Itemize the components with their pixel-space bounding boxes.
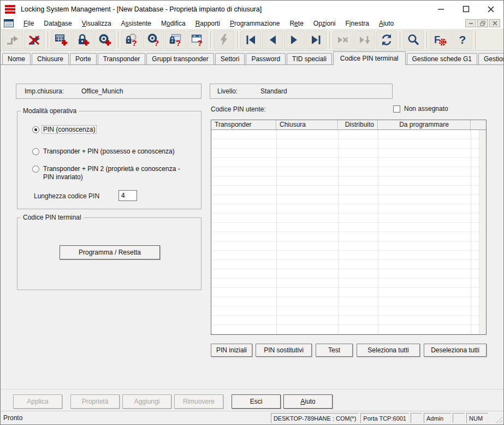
nav-next-button[interactable] [284,31,305,49]
menu-file[interactable]: File [19,19,39,28]
disconnect-button[interactable] [24,31,45,49]
user-pin-table[interactable]: Transponder Chiusura Distribuito Da prog… [211,120,487,335]
menu-assistente[interactable]: Assistente [116,19,156,28]
esci-button[interactable]: Esci [232,394,281,409]
new-locking-system-button[interactable] [51,31,72,49]
svg-text:?: ? [132,38,137,48]
toolbar-separator [237,31,238,49]
tab-chiusure[interactable]: Chiusure [32,53,69,64]
new-lock-button[interactable] [73,31,93,49]
help-button[interactable]: ? [452,31,472,49]
skip-down-button[interactable] [354,31,375,49]
tab-gruppi-transponder[interactable]: Gruppi transponder [146,53,214,64]
column-header-transponder[interactable]: Transponder [211,120,276,129]
tab-gestione-schede-g1[interactable]: Gestione schede G1 [407,53,477,64]
radio-transponder-pin2[interactable] [32,166,39,173]
menu-programmazione[interactable]: Programmazione [225,19,284,28]
applica-button[interactable]: Applica [13,394,62,409]
svg-text:?: ? [154,38,159,48]
pin-iniziali-button[interactable]: PIN iniziali [211,344,252,357]
column-divider [338,130,339,334]
radio-transponder-pin[interactable] [32,148,39,155]
menu-database[interactable]: Database [39,19,76,28]
skip-cancel-icon [336,33,350,47]
seleziona-tutti-button[interactable]: Seleziona tutti [357,344,420,357]
menu-modifica[interactable]: Modifica [156,19,191,28]
terminal-pin-title: Codice PIN terminal [21,214,84,221]
read-network-button[interactable]: ? [187,31,207,49]
radio-pin-label[interactable]: PIN (conoscenza) [43,126,96,133]
read-card-lock-button[interactable]: ? [165,31,186,49]
program-reset-button[interactable]: Programma / Resetta [60,245,160,259]
status-empty-segment [453,413,465,423]
menu-rete[interactable]: Rete [284,19,308,28]
tab-codice-pin-terminal[interactable]: Codice PIN terminal [333,51,406,65]
help-icon: ? [455,33,469,47]
close-icon [487,5,495,13]
menu-visualizza[interactable]: Visualizza [77,19,116,28]
footer-bar: Applica Proprietà Aggiungi Rimuovere Esc… [1,389,503,411]
aggiungi-button[interactable]: Aggiungi [122,394,171,409]
pin-length-input[interactable] [118,190,137,201]
radio-transponder-pin-label[interactable]: Transponder + PIN (possesso e conoscenza… [43,147,175,155]
deseleziona-tutti-button[interactable]: Deseleziona tutti [424,344,487,357]
connect-button[interactable] [2,31,23,49]
table-scrollbar-gutter[interactable] [479,130,486,334]
status-empty-segment [411,413,422,423]
status-port-segment: Porta TCP:6001 [360,413,409,423]
tab-content: Imp.chiusura: Office_Munich Livello: Sta… [1,65,503,389]
column-header-blank [471,120,486,129]
radio-transponder-pin2-label[interactable]: Transponder + PIN 2 (proprietà e conosce… [43,165,192,181]
menu-opzioni[interactable]: Opzioni [309,19,341,28]
tab-nome[interactable]: Nome [2,53,31,64]
proprieta-button[interactable]: Proprietà [70,394,120,409]
tab-transponder[interactable]: Transponder [98,53,146,64]
mdi-minimize-button[interactable] [465,19,476,27]
close-button[interactable] [478,1,503,17]
table-body[interactable] [211,130,486,334]
nav-previous-button[interactable] [262,31,283,49]
mdi-restore-button[interactable] [477,19,488,27]
minimize-button[interactable] [428,1,453,17]
level-label: Livello: [210,87,260,95]
skip-cancel-button[interactable] [333,31,353,49]
nav-first-button[interactable] [240,31,261,49]
column-header-da-programmare[interactable]: Da programmare [378,120,471,129]
program-button[interactable] [214,31,234,49]
menu-bar: File Database Visualizza Assistente Modi… [1,17,503,29]
tab-tid-speciali[interactable]: TID speciali [287,53,332,64]
rimuovere-button[interactable]: Rimuovere [174,394,223,409]
column-header-distribuito[interactable]: Distribuito [338,120,378,129]
column-header-chiusura[interactable]: Chiusura [276,120,338,129]
tab-porte[interactable]: Porte [70,53,97,64]
new-transponder-button[interactable] [94,31,115,49]
tab-bar: Nome Chiusure Porte Transponder Gruppi t… [1,51,503,65]
maximize-button[interactable] [453,1,478,17]
not-assigned-checkbox[interactable] [393,105,400,113]
table-header: Transponder Chiusura Distribuito Da prog… [211,120,486,130]
tab-gestione-schede-g2[interactable]: Gestione schede G2 [478,53,504,64]
menu-aiuto[interactable]: Aiuto [374,19,399,28]
nav-last-button[interactable] [306,31,327,49]
resize-grip[interactable] [495,416,502,423]
menu-finestra[interactable]: Finestra [341,19,374,28]
read-lock-icon: ? [124,33,139,47]
read-card-lock-icon: ? [168,33,182,47]
svg-text:F: F [434,34,440,45]
refresh-button[interactable] [376,31,397,49]
program-lightning-icon [217,33,231,47]
mdi-close-button[interactable] [489,19,500,27]
radio-pin[interactable] [32,126,39,133]
read-lock-button[interactable]: ? [121,31,142,49]
aiuto-button[interactable]: Aiuto [283,394,333,409]
test-button[interactable]: Test [316,344,353,357]
filter-settings-button[interactable]: F [430,31,450,49]
pin-sostitutivi-button[interactable]: PIN sostitutivi [256,344,312,357]
level-box: Livello: Standard [210,84,393,99]
tab-password[interactable]: Password [246,53,286,64]
search-button[interactable] [403,31,424,49]
read-transponder-button[interactable]: ? [143,31,164,49]
tab-settori[interactable]: Settori [215,53,245,64]
toolbar-separator [329,31,330,49]
menu-rapporti[interactable]: Rapporti [191,19,225,28]
